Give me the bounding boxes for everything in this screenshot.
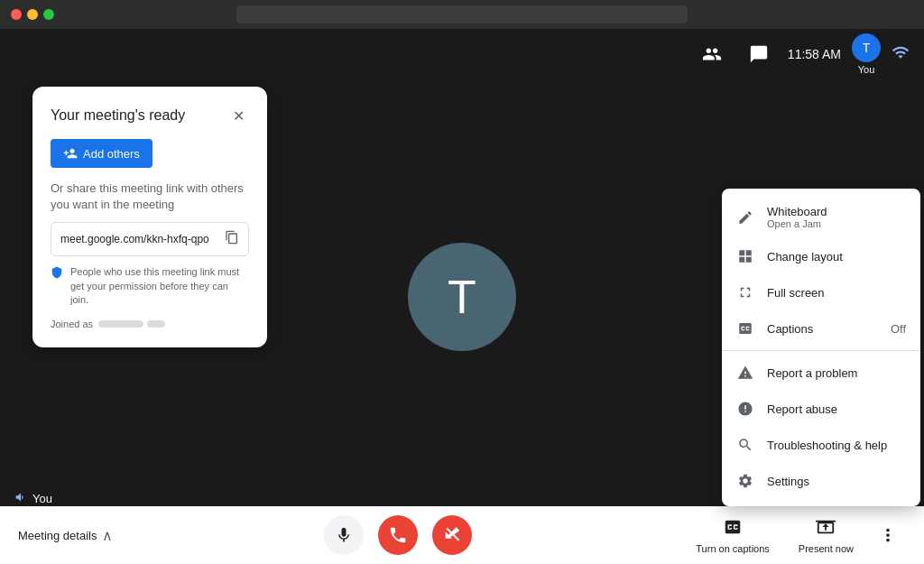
permission-text: People who use this meeting link must ge…: [70, 265, 249, 307]
report-abuse-label: Report abuse: [767, 402, 906, 416]
joined-as-label: Joined as: [51, 319, 93, 329]
camera-off-button[interactable]: [432, 515, 472, 555]
troubleshooting-icon: [736, 436, 754, 454]
permission-row: People who use this meeting link must ge…: [51, 265, 249, 307]
fullscreen-label: Full screen: [767, 286, 906, 300]
fullscreen-icon: [736, 283, 754, 301]
troubleshooting-content: Troubleshooting & help: [767, 439, 906, 452]
joined-as-row: Joined as: [51, 319, 249, 329]
captions-content: Captions: [767, 322, 878, 336]
titlebar: [0, 0, 924, 29]
captions-action[interactable]: Turn on captions: [683, 510, 782, 561]
end-call-button[interactable]: [378, 515, 418, 555]
meeting-details-label: Meeting details: [18, 529, 97, 542]
close-dot[interactable]: [11, 9, 22, 20]
minimize-dot[interactable]: [27, 9, 38, 20]
report-problem-label: Report a problem: [767, 366, 906, 380]
menu-item-report-abuse[interactable]: Report abuse: [722, 391, 920, 427]
mic-button[interactable]: [324, 515, 364, 555]
change-layout-content: Change layout: [767, 250, 906, 264]
context-menu: Whiteboard Open a Jam Change layout: [722, 189, 920, 506]
video-area: 11:58 AM T You Your meeting's ready ✕ Ad…: [0, 29, 924, 564]
close-button[interactable]: ✕: [227, 105, 249, 126]
report-problem-content: Report a problem: [767, 366, 906, 380]
user-avatar[interactable]: T: [852, 33, 881, 62]
report-abuse-content: Report abuse: [767, 402, 906, 416]
captions-action-label: Turn on captions: [696, 543, 770, 554]
you-text: You: [32, 492, 52, 505]
menu-item-fullscreen[interactable]: Full screen: [722, 274, 920, 310]
link-box: meet.google.com/kkn-hxfq-qpo: [51, 222, 249, 256]
chat-icon[interactable]: [741, 36, 777, 72]
avatar-letter: T: [448, 270, 476, 324]
report-abuse-icon: [736, 400, 754, 418]
change-layout-label: Change layout: [767, 250, 906, 264]
add-others-button[interactable]: Add others: [51, 139, 152, 168]
present-action-label: Present now: [799, 543, 854, 554]
present-icon: [816, 517, 836, 541]
window-controls: [11, 9, 54, 20]
fullscreen-content: Full screen: [767, 286, 906, 300]
menu-item-change-layout[interactable]: Change layout: [722, 238, 920, 274]
user-placeholder: [98, 320, 165, 328]
shield-icon: [51, 266, 63, 282]
bottombar: Meeting details ∧: [0, 506, 924, 564]
menu-divider: [722, 350, 920, 351]
meeting-link: meet.google.com/kkn-hxfq-qpo: [60, 233, 209, 245]
center-avatar: T: [408, 243, 516, 351]
you-label-bottom: You: [14, 491, 52, 506]
whiteboard-label: Whiteboard: [767, 205, 906, 218]
topbar: 11:58 AM T You: [679, 29, 924, 79]
captions-bottom-icon: [723, 517, 743, 541]
settings-label: Settings: [767, 475, 906, 488]
menu-item-troubleshooting[interactable]: Troubleshooting & help: [722, 427, 920, 463]
chevron-up-icon: ∧: [102, 527, 113, 544]
captions-suffix: Off: [891, 322, 906, 336]
card-header: Your meeting's ready ✕: [51, 105, 249, 126]
signal-icon: [892, 43, 910, 66]
add-others-label: Add others: [83, 147, 140, 161]
clock: 11:58 AM: [788, 47, 841, 61]
card-title: Your meeting's ready: [51, 107, 185, 124]
name-placeholder-2: [147, 320, 165, 328]
bottombar-right: Turn on captions Present now: [683, 510, 906, 561]
troubleshooting-label: Troubleshooting & help: [767, 439, 906, 452]
menu-item-whiteboard[interactable]: Whiteboard Open a Jam: [722, 196, 920, 238]
captions-icon: [736, 319, 754, 337]
present-action[interactable]: Present now: [786, 510, 866, 561]
topbar-user: T You: [852, 33, 881, 75]
change-layout-icon: [736, 247, 754, 265]
menu-item-report-problem[interactable]: Report a problem: [722, 355, 920, 391]
copy-icon[interactable]: [225, 230, 239, 248]
meeting-ready-card: Your meeting's ready ✕ Add others Or sha…: [32, 87, 267, 347]
whiteboard-icon: [736, 208, 754, 227]
you-label-top: You: [858, 64, 875, 75]
whiteboard-sublabel: Open a Jam: [767, 218, 906, 229]
you-signal-icon: [14, 491, 27, 506]
menu-item-settings[interactable]: Settings: [722, 463, 920, 499]
settings-icon: [736, 472, 754, 490]
captions-label: Captions: [767, 322, 878, 336]
menu-item-captions[interactable]: Captions Off: [722, 310, 920, 347]
meeting-details-button[interactable]: Meeting details ∧: [18, 527, 113, 544]
maximize-dot[interactable]: [43, 9, 54, 20]
participants-icon[interactable]: [694, 36, 730, 72]
name-placeholder: [98, 320, 143, 328]
settings-content: Settings: [767, 475, 906, 488]
address-bar[interactable]: [236, 5, 688, 23]
report-problem-icon: [736, 364, 754, 382]
more-options-button[interactable]: [870, 517, 906, 553]
share-text: Or share this meeting link with others y…: [51, 180, 249, 213]
whiteboard-content: Whiteboard Open a Jam: [767, 205, 906, 229]
call-controls: [113, 515, 683, 555]
